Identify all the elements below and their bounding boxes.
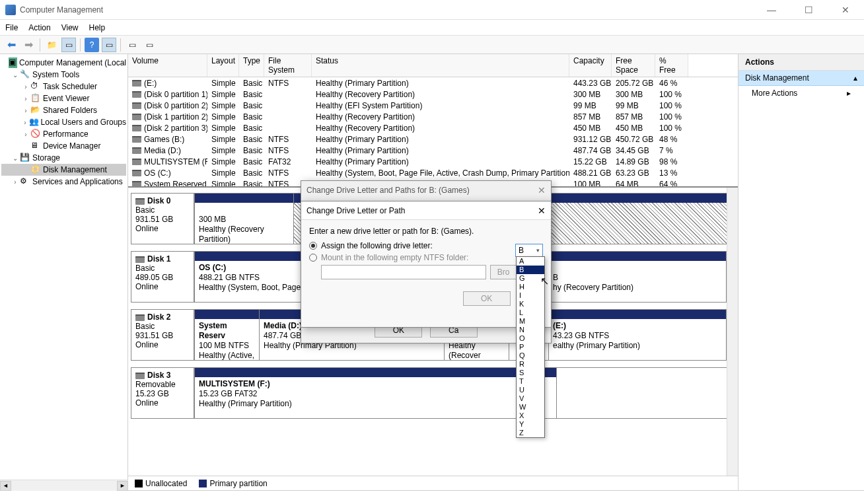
vertical-scrollbar[interactable] [727,188,738,476]
actions-more[interactable]: More Actions▸ [738,86,864,100]
actions-disk-management[interactable]: Disk Management▴ [738,71,864,86]
drive-letter-option[interactable]: N [517,326,544,334]
forward-button[interactable]: ➡ [21,38,36,52]
col-status[interactable]: Status [312,54,569,77]
drive-letter-option[interactable]: K [517,300,544,308]
drive-letter-option[interactable]: U [517,386,544,394]
tree-root[interactable]: ▣Computer Management (Local [1,57,126,69]
volume-row[interactable]: OS (C:)SimpleBasicNTFSHealthy (System, B… [128,167,738,178]
toolbar-icon-2[interactable]: ▭ [102,38,116,52]
tree-hscroll[interactable]: ◄ ► [0,480,128,491]
disk-label[interactable]: Disk 2Basic931.51 GBOnline [131,309,194,361]
up-button[interactable]: 📁 [44,38,59,52]
drive-letter-option[interactable]: M [517,317,544,326]
drive-letter-option[interactable]: B [517,266,544,274]
radio-assign-icon[interactable] [309,242,317,250]
scroll-right-button[interactable]: ► [117,481,128,491]
menu-action[interactable]: Action [28,23,50,32]
radio-assign-letter[interactable]: Assign the following drive letter: [309,241,543,250]
back-button[interactable]: ⬅ [4,38,18,52]
drive-letter-combo[interactable]: B ▾ [515,244,543,257]
drive-letter-option[interactable]: W [517,403,544,412]
drive-letter-option[interactable]: L [517,308,544,317]
menubar: File Action View Help [0,20,864,36]
tree-storage[interactable]: ⌄💾Storage [1,152,126,164]
minimize-button[interactable]: — [758,5,785,15]
volume-row[interactable]: (E:)SimpleBasicNTFSHealthy (Primary Part… [128,77,738,89]
tree-services[interactable]: ›⚙Services and Applications [1,176,126,188]
app-icon [5,5,16,15]
drive-letter-option[interactable]: P [517,343,544,351]
col-volume[interactable]: Volume [128,54,207,77]
drive-letter-option[interactable]: G [517,274,544,283]
col-capacity[interactable]: Capacity [569,54,612,77]
disk-segment[interactable]: Bhy (Recovery Partition) [548,252,727,302]
col-freespace[interactable]: Free Space [612,54,655,77]
disk-segment[interactable]: (E:)43.23 GB NTFSealthy (Primary Partiti… [548,310,727,360]
radio-mount-icon[interactable] [309,254,317,262]
volume-table[interactable]: Volume Layout Type File System Status Ca… [128,54,738,186]
volume-row[interactable]: MULTISYSTEM (F:)SimpleBasicFAT32Healthy … [128,156,738,167]
drive-letter-option[interactable]: R [517,360,544,369]
volume-row[interactable]: (Disk 2 partition 3)SimpleBasicHealthy (… [128,122,738,133]
volume-row[interactable]: Media (D:)SimpleBasicNTFSHealthy (Primar… [128,145,738,156]
dialog2-close-icon[interactable]: ✕ [538,205,546,216]
drive-letter-option[interactable]: S [517,369,544,377]
nav-tree[interactable]: ▣Computer Management (Local ⌄🔧System Too… [0,54,128,490]
maximize-button[interactable]: ☐ [795,5,822,15]
menu-help[interactable]: Help [89,23,106,32]
tree-task-scheduler[interactable]: ›⏱Task Scheduler [1,81,126,92]
tree-device-manager[interactable]: 🖥Device Manager [1,140,126,152]
drive-letter-option[interactable]: H [517,283,544,291]
dialog2-ok-button[interactable]: OK [463,291,511,306]
browse-button[interactable]: Bro [490,265,517,279]
volume-row[interactable]: (Disk 1 partition 2)SimpleBasicHealthy (… [128,111,738,122]
disk-label[interactable]: Disk 0Basic931.51 GBOnline [131,193,194,244]
dialog1-close-icon[interactable]: ✕ [538,185,546,196]
scroll-left-button[interactable]: ◄ [0,481,11,491]
tree-system-tools[interactable]: ⌄🔧System Tools [1,69,126,81]
menu-view[interactable]: View [61,23,79,32]
disk-label[interactable]: Disk 3Removable15.23 GBOnline [131,367,194,419]
volume-row[interactable]: (Disk 0 partition 2)SimpleBasicHealthy (… [128,100,738,111]
col-pctfree[interactable]: % Free [655,54,688,77]
drive-letter-option[interactable]: A [517,257,544,266]
toolbar-icon-1[interactable]: ▭ [61,38,76,52]
menu-file[interactable]: File [5,23,18,32]
toolbar-icon-3[interactable]: ▭ [125,38,139,52]
volume-row[interactable]: Games (B:)SimpleBasicNTFSHealthy (Primar… [128,133,738,145]
tree-disk-management[interactable]: 📀Disk Management [1,164,126,176]
mount-path-input[interactable] [321,265,486,279]
drive-letter-option[interactable]: O [517,334,544,343]
tree-shared-folders[interactable]: ›📂Shared Folders [1,104,126,116]
radio-mount-folder[interactable]: Mount in the following empty NTFS folder… [309,253,543,262]
tree-local-users[interactable]: ›👥Local Users and Groups [1,116,126,128]
dialog2-title[interactable]: Change Drive Letter or Path ✕ [301,201,551,220]
disk-row[interactable]: Disk 3Removable15.23 GBOnlineMULTISYSTEM… [131,367,727,419]
drive-letter-option[interactable]: X [517,412,544,420]
volume-header[interactable]: Volume Layout Type File System Status Ca… [128,54,738,77]
tree-event-viewer[interactable]: ›📋Event Viewer [1,92,126,104]
dialog-change-letter: Change Drive Letter or Path ✕ Enter a ne… [301,201,552,328]
actions-header: Actions [738,54,864,71]
drive-letter-option[interactable]: Y [517,420,544,429]
toolbar-icon-4[interactable]: ▭ [142,38,157,52]
tree-performance[interactable]: ›🚫Performance [1,128,126,140]
drive-letter-dropdown[interactable]: ABGHIKLMNOPQRSTUVWXYZ [516,256,545,438]
disk-segment[interactable]: 300 MBHealthy (Recovery Partition) [195,194,294,244]
help-button[interactable]: ? [85,38,99,52]
drive-letter-option[interactable]: V [517,394,544,403]
col-filesystem[interactable]: File System [264,54,312,77]
disk-bar[interactable]: MULTISYSTEM (F:)15.23 GB FAT32Healthy (P… [194,367,727,419]
drive-letter-option[interactable]: T [517,377,544,386]
disk-segment[interactable]: MULTISYSTEM (F:)15.23 GB FAT32Healthy (P… [195,368,557,418]
drive-letter-option[interactable]: Q [517,351,544,360]
drive-letter-option[interactable]: I [517,291,544,300]
close-button[interactable]: ✕ [832,5,859,15]
disk-label[interactable]: Disk 1Basic489.05 GBOnline [131,251,194,303]
volume-row[interactable]: (Disk 0 partition 1)SimpleBasicHealthy (… [128,89,738,100]
disk-segment[interactable]: System Reserv100 MB NTFSHealthy (Active, [195,310,260,360]
drive-letter-option[interactable]: Z [517,429,544,437]
col-type[interactable]: Type [239,54,264,77]
col-layout[interactable]: Layout [207,54,239,77]
